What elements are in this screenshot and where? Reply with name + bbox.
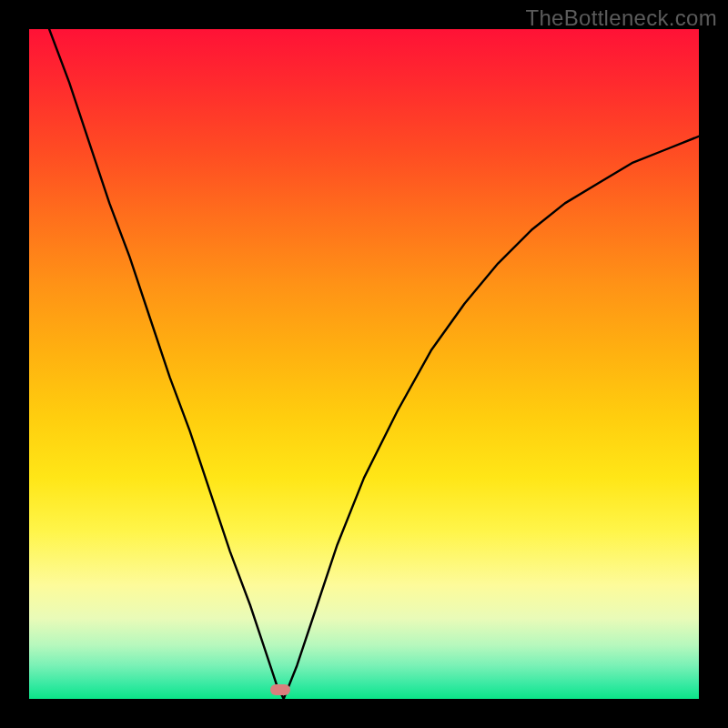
chart-curve xyxy=(29,29,699,699)
chart-frame: TheBottleneck.com xyxy=(0,0,728,728)
watermark-text: TheBottleneck.com xyxy=(525,5,717,31)
chart-plot-area xyxy=(29,29,699,699)
chart-marker xyxy=(270,684,290,695)
